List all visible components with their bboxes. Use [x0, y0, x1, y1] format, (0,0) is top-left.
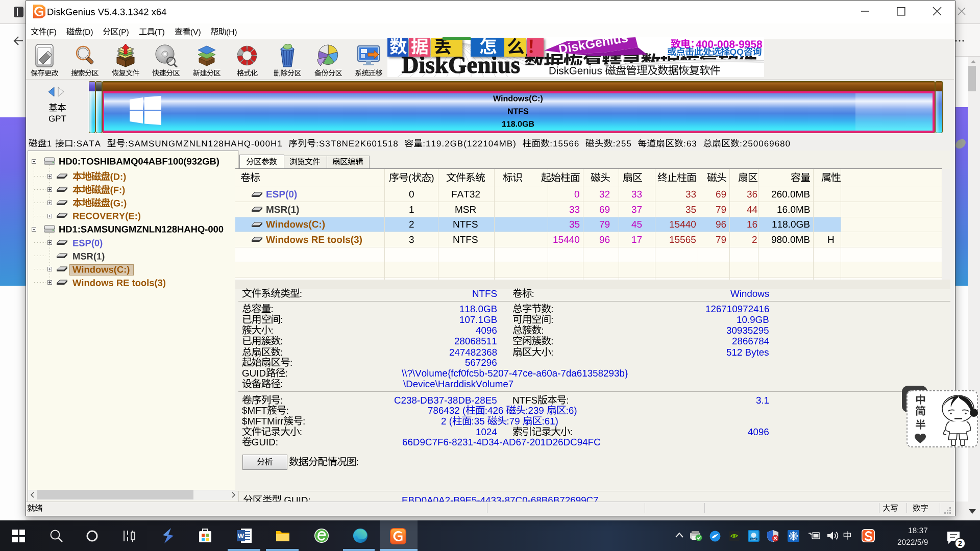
svg-text:2: 2	[958, 539, 962, 547]
svg-text:W: W	[238, 532, 244, 540]
svg-text:intel: intel	[751, 538, 755, 541]
